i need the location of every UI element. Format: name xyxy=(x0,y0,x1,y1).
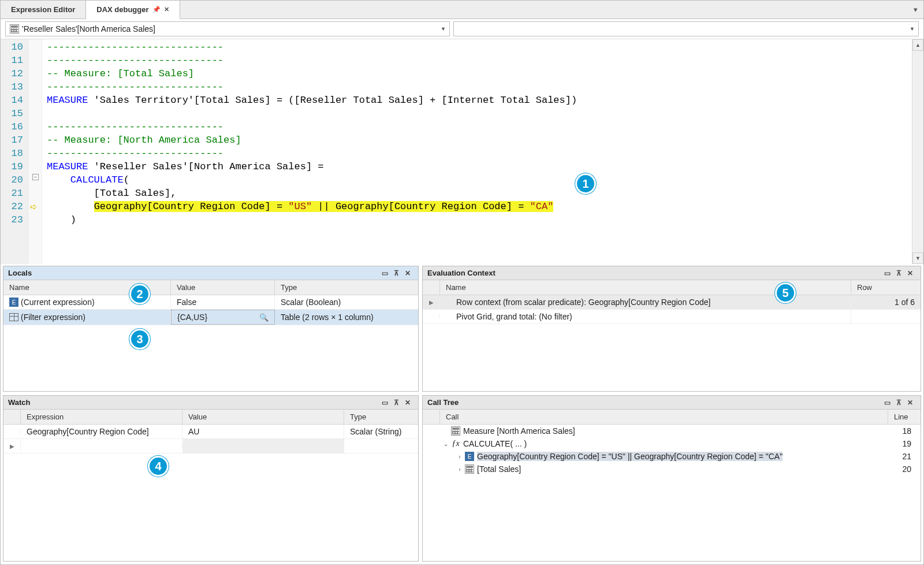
calltree-body: Measure [North America Sales] 18 ⌄ ƒx CA… xyxy=(423,425,921,561)
restore-icon[interactable]: ▭ xyxy=(379,269,390,277)
close-icon[interactable]: ✕ xyxy=(402,269,413,277)
context-columns-header: Name Row xyxy=(423,280,921,295)
pin-icon[interactable]: ⊼ xyxy=(390,399,402,407)
context-dropdown-row: 'Reseller Sales'[North America Sales] ▼ … xyxy=(1,19,923,39)
panel-title: Call Tree xyxy=(427,398,881,407)
expand-toggle[interactable]: ▶ xyxy=(423,297,440,308)
line-number-gutter: 10 11 12 13 14 15 16 17 18 19 20 21 22 2… xyxy=(1,39,28,264)
expression-icon: E xyxy=(9,298,18,307)
callout-2: 2 xyxy=(129,284,150,304)
editor-margin: − ➪ xyxy=(28,39,42,264)
calltree-row[interactable]: › [Total Sales] 20 xyxy=(423,463,921,475)
current-line-arrow-icon: ➪ xyxy=(30,200,38,213)
locals-panel: Locals ▭ ⊼ ✕ Name Value Type E(Current e… xyxy=(3,266,419,392)
callout-4: 4 xyxy=(148,456,169,477)
tab-menu-button[interactable]: ▾ xyxy=(907,1,923,18)
calltree-row[interactable]: › E Geography[Country Region Code] = "US… xyxy=(423,450,921,463)
callout-5: 5 xyxy=(775,282,796,303)
watch-new-row[interactable]: ▶ xyxy=(3,439,418,454)
measure-icon xyxy=(450,426,461,436)
panel-title: Locals xyxy=(8,269,379,277)
tab-bar: Expression Editor DAX debugger 📌 ✕ ▾ xyxy=(1,1,923,19)
watch-panel: Watch ▭ ⊼ ✕ Expression Value Type Geogra… xyxy=(3,395,419,562)
magnify-icon[interactable]: 🔍 xyxy=(259,313,269,322)
restore-icon[interactable]: ▭ xyxy=(881,269,893,277)
calltree-row[interactable]: Measure [North America Sales] 18 xyxy=(423,425,921,437)
callout-3: 3 xyxy=(129,329,150,350)
close-icon[interactable]: ✕ xyxy=(904,399,916,407)
chevron-down-icon: ▼ xyxy=(910,26,915,32)
function-icon: ƒx xyxy=(450,438,461,449)
fold-toggle[interactable]: − xyxy=(32,174,39,180)
secondary-dropdown[interactable]: ▼ xyxy=(453,21,919,36)
chevron-down-icon: ▼ xyxy=(441,26,446,32)
watch-value-input[interactable] xyxy=(182,439,344,453)
col-expand xyxy=(3,410,21,424)
close-icon[interactable]: ✕ xyxy=(402,399,413,407)
close-icon[interactable]: ✕ xyxy=(904,269,916,277)
pin-icon[interactable]: 📌 xyxy=(152,6,161,13)
col-value[interactable]: Value xyxy=(171,280,275,295)
expand-toggle[interactable]: › xyxy=(455,454,464,460)
expand-toggle[interactable]: ▶ xyxy=(3,441,21,452)
col-expand xyxy=(423,280,440,295)
watch-row[interactable]: Geography[Country Region Code] AU Scalar… xyxy=(3,425,418,439)
watch-body: Geography[Country Region Code] AU Scalar… xyxy=(3,425,418,561)
locals-columns-header: Name Value Type xyxy=(3,280,418,295)
col-value[interactable]: Value xyxy=(182,410,344,424)
restore-icon[interactable]: ▭ xyxy=(379,399,390,407)
pin-icon[interactable]: ⊼ xyxy=(893,269,904,277)
scroll-up-button[interactable]: ▲ xyxy=(912,39,923,51)
evaluation-context-panel: Evaluation Context ▭ ⊼ ✕ Name Row ▶ Row … xyxy=(422,266,921,392)
call-tree-panel: Call Tree ▭ ⊼ ✕ Call Line Measure [North… xyxy=(422,395,921,562)
context-body: ▶ Row context (from scalar predicate): G… xyxy=(423,295,921,391)
tab-dax-debugger[interactable]: DAX debugger 📌 ✕ xyxy=(86,1,180,19)
col-expand xyxy=(423,410,440,424)
scroll-down-button[interactable]: ▼ xyxy=(912,252,923,264)
expand-toggle[interactable]: › xyxy=(455,466,464,473)
close-icon[interactable]: ✕ xyxy=(164,6,169,13)
col-row[interactable]: Row xyxy=(851,280,921,295)
col-type[interactable]: Type xyxy=(344,410,418,424)
panel-title: Evaluation Context xyxy=(427,269,881,277)
panel-title: Watch xyxy=(8,398,379,407)
locals-body: E(Current expression) False Scalar (Bool… xyxy=(3,295,418,391)
measure-selector-dropdown[interactable]: 'Reseller Sales'[North America Sales] ▼ xyxy=(5,21,450,36)
tab-label: Expression Editor xyxy=(11,5,75,14)
locals-row-filter-expression[interactable]: (Filter expression) {CA,US}🔍 Table (2 ro… xyxy=(3,310,418,325)
calltree-row[interactable]: ⌄ ƒx CALCULATE( ... ) 19 xyxy=(423,437,921,450)
calltree-columns-header: Call Line xyxy=(423,410,921,425)
context-row[interactable]: Pivot Grid, grand total: (No filter) xyxy=(423,310,921,324)
context-row[interactable]: ▶ Row context (from scalar predicate): G… xyxy=(423,295,921,310)
table-icon xyxy=(9,313,18,321)
measure-icon xyxy=(9,24,20,34)
tab-expression-editor[interactable]: Expression Editor xyxy=(1,1,86,18)
expand-toggle[interactable]: ⌄ xyxy=(441,441,450,447)
calltree-header[interactable]: Call Tree ▭ ⊼ ✕ xyxy=(423,396,921,410)
col-line[interactable]: Line xyxy=(888,410,921,424)
col-call[interactable]: Call xyxy=(440,410,888,424)
col-type[interactable]: Type xyxy=(275,280,418,295)
bottom-panels: Locals ▭ ⊼ ✕ Name Value Type E(Current e… xyxy=(1,264,923,564)
tab-label: DAX debugger xyxy=(96,5,148,14)
watch-columns-header: Expression Value Type xyxy=(3,410,418,425)
context-header[interactable]: Evaluation Context ▭ ⊼ ✕ xyxy=(423,266,921,280)
pin-icon[interactable]: ⊼ xyxy=(893,399,904,407)
locals-header[interactable]: Locals ▭ ⊼ ✕ xyxy=(3,266,418,280)
restore-icon[interactable]: ▭ xyxy=(881,399,893,407)
vertical-scrollbar[interactable]: ▲ ▼ xyxy=(912,39,923,264)
locals-row-current-expression[interactable]: E(Current expression) False Scalar (Bool… xyxy=(3,295,418,310)
code-content[interactable]: ------------------------------ ---------… xyxy=(42,39,912,264)
col-expression[interactable]: Expression xyxy=(21,410,182,424)
measure-selector-value: 'Reseller Sales'[North America Sales] xyxy=(22,24,441,34)
code-editor[interactable]: 10 11 12 13 14 15 16 17 18 19 20 21 22 2… xyxy=(1,39,923,264)
expression-icon: E xyxy=(464,451,475,462)
measure-icon xyxy=(464,464,475,474)
pin-icon[interactable]: ⊼ xyxy=(390,269,402,277)
callout-1: 1 xyxy=(575,173,596,194)
watch-header[interactable]: Watch ▭ ⊼ ✕ xyxy=(3,396,418,410)
